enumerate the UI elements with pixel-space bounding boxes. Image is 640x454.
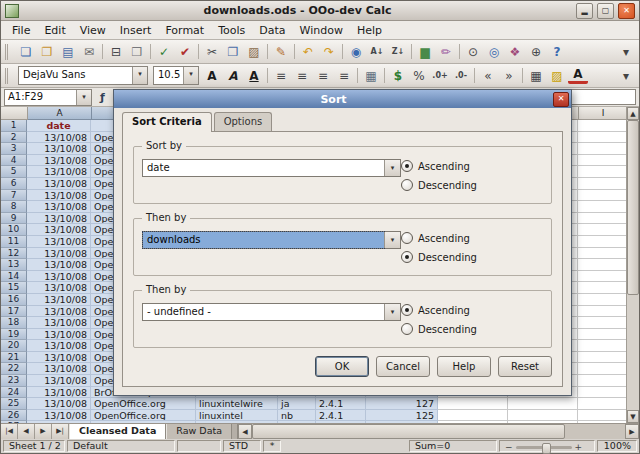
row-header[interactable]: 7	[1, 190, 27, 202]
cell[interactable]	[578, 224, 626, 236]
cell[interactable]: 13/10/08	[27, 329, 91, 341]
descending-radio[interactable]: Descending	[401, 323, 543, 335]
cell[interactable]: 2.4.1	[316, 398, 366, 410]
paste-icon[interactable]: ▨	[244, 43, 264, 61]
decrease-indent-icon[interactable]: «	[478, 67, 498, 85]
scrollbar-thumb[interactable]	[252, 424, 565, 439]
select-all-corner[interactable]	[1, 107, 28, 120]
cell[interactable]	[438, 398, 508, 410]
toolbar-overflow-icon[interactable]: ▾	[616, 67, 636, 85]
radio-icon[interactable]	[401, 232, 413, 244]
cell[interactable]: 2.4.1	[316, 410, 366, 422]
cell[interactable]	[578, 410, 626, 422]
dialog-title-bar[interactable]: Sort ✕	[114, 90, 571, 108]
cell[interactable]	[578, 213, 626, 225]
menu-item[interactable]: Edit	[37, 23, 72, 38]
chevron-down-icon[interactable]: ▾	[132, 67, 147, 84]
radio-icon[interactable]	[401, 251, 413, 263]
cell[interactable]	[578, 363, 626, 375]
cell[interactable]	[578, 294, 626, 306]
row-header[interactable]: 22	[1, 363, 27, 375]
row-header[interactable]: 21	[1, 352, 27, 364]
cell[interactable]: 13/10/08	[27, 259, 91, 271]
dialog-button[interactable]: OK	[315, 356, 369, 377]
cell[interactable]	[578, 340, 626, 352]
cell[interactable]: 13/10/08	[27, 213, 91, 225]
menu-item[interactable]: Format	[158, 23, 211, 38]
row-header[interactable]: 1	[1, 120, 27, 132]
row-header[interactable]: 19	[1, 329, 27, 341]
function-wizard-icon[interactable]: ƒ	[94, 90, 111, 105]
ascending-label[interactable]: Ascending	[418, 305, 470, 316]
radio-icon[interactable]	[401, 179, 413, 191]
scroll-up-icon[interactable]: ▲	[627, 107, 639, 120]
sheet-tab[interactable]: Raw Data	[166, 424, 232, 439]
ascending-radio[interactable]: Ascending	[401, 232, 543, 244]
cell[interactable]: OpenOffice.org	[91, 410, 196, 422]
row-header[interactable]: 3	[1, 143, 27, 155]
sort-ascending-icon[interactable]: A↓	[367, 43, 387, 61]
chevron-down-icon[interactable]: ▾	[384, 232, 400, 248]
toolbar-grip[interactable]	[5, 44, 11, 60]
cell[interactable]: 13/10/08	[27, 166, 91, 178]
vertical-scrollbar[interactable]: ▲ ▼	[626, 107, 639, 423]
cell[interactable]	[578, 282, 626, 294]
scroll-right-icon[interactable]: ▶	[625, 424, 639, 439]
font-color-icon[interactable]: A	[568, 67, 588, 84]
cell[interactable]	[578, 271, 626, 283]
insert-chart-icon[interactable]: ▆	[415, 43, 435, 61]
cell[interactable]	[578, 387, 626, 399]
format-paintbrush-icon[interactable]: ✎	[271, 43, 291, 61]
align-right-icon[interactable]: ≡	[313, 67, 333, 85]
cell[interactable]: 13/10/08	[27, 282, 91, 294]
cut-icon[interactable]: ✂	[202, 43, 222, 61]
cell[interactable]: 125	[366, 410, 438, 422]
scroll-down-icon[interactable]: ▼	[627, 410, 639, 423]
zoom-slider[interactable]: − +	[499, 440, 595, 452]
menu-item[interactable]: Help	[350, 23, 389, 38]
cell[interactable]	[508, 421, 578, 423]
dialog-button[interactable]: Reset	[498, 356, 552, 377]
align-left-icon[interactable]: ≡	[271, 67, 291, 85]
cell[interactable]: 13/10/08	[27, 143, 91, 155]
cell[interactable]	[578, 421, 626, 423]
radio-icon[interactable]	[401, 304, 413, 316]
name-box[interactable]: A1:F29 ▾	[4, 89, 92, 106]
sort-field-combobox[interactable]: date ▾	[142, 159, 401, 177]
row-header[interactable]: 14	[1, 271, 27, 283]
menu-item[interactable]: View	[73, 23, 113, 38]
cell[interactable]: date	[27, 120, 91, 132]
cell[interactable]	[578, 143, 626, 155]
cell[interactable]: 13/10/08	[27, 317, 91, 329]
sort-descending-icon[interactable]: Z↓	[388, 43, 408, 61]
menu-item[interactable]: Tools	[211, 23, 252, 38]
merge-cells-icon[interactable]: ▦	[361, 67, 381, 85]
row-header[interactable]: 8	[1, 201, 27, 213]
chevron-down-icon[interactable]: ▾	[384, 304, 400, 320]
cell[interactable]	[578, 375, 626, 387]
row-header[interactable]: 2	[1, 132, 27, 144]
cell[interactable]	[578, 329, 626, 341]
maximize-button[interactable]: ▢	[597, 3, 614, 19]
row-header[interactable]: 12	[1, 248, 27, 260]
row-header[interactable]: 16	[1, 294, 27, 306]
cell[interactable]	[578, 190, 626, 202]
cell[interactable]	[508, 410, 578, 422]
cell[interactable]	[578, 201, 626, 213]
currency-format-icon[interactable]: $	[388, 67, 408, 85]
menu-item[interactable]: Data	[252, 23, 292, 38]
next-sheet-icon[interactable]: ▶	[35, 424, 52, 439]
zoom-percentage[interactable]: 100%	[597, 440, 637, 452]
cell[interactable]: 13/10/08	[27, 201, 91, 213]
cell[interactable]: 2.4.1	[316, 421, 366, 423]
dialog-tab[interactable]: Sort Criteria	[122, 112, 212, 132]
row-header[interactable]: 11	[1, 236, 27, 248]
background-color-icon[interactable]: ▨	[547, 67, 567, 85]
dialog-close-icon[interactable]: ✕	[553, 92, 569, 107]
cell[interactable]: 13/10/08	[27, 132, 91, 144]
row-header[interactable]: 17	[1, 306, 27, 318]
ascending-label[interactable]: Ascending	[418, 233, 470, 244]
sheet-tab[interactable]: Cleansed Data	[69, 424, 166, 439]
open-icon[interactable]: ❐	[37, 43, 57, 61]
cell[interactable]	[578, 248, 626, 260]
